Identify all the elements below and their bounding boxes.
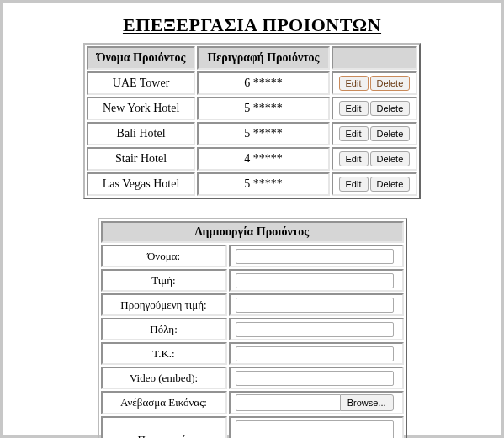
label-price: Τιμή: <box>101 269 227 292</box>
input-name[interactable] <box>236 249 394 264</box>
input-prev-price[interactable] <box>236 298 394 313</box>
input-city[interactable] <box>236 322 394 337</box>
col-header-name: Όνομα Προιόντος <box>87 46 196 70</box>
edit-button[interactable]: Edit <box>339 76 369 91</box>
file-path-display <box>236 394 340 411</box>
table-row: Las Vegas Hotel5 *****EditDelete <box>87 172 418 196</box>
label-video: Video (embed): <box>101 367 227 389</box>
cell-name: New York Hotel <box>87 97 196 120</box>
cell-actions: EditDelete <box>332 122 418 145</box>
cell-actions: EditDelete <box>332 147 418 171</box>
table-row: Stair Hotel4 *****EditDelete <box>87 147 418 171</box>
delete-button[interactable]: Delete <box>370 76 411 91</box>
table-row: UAE Tower6 *****EditDelete <box>87 71 418 95</box>
cell-actions: EditDelete <box>332 71 418 95</box>
products-table-wrap: Όνομα Προιόντος Περιγραφή Προιόντος UAE … <box>3 43 501 199</box>
cell-name: Stair Hotel <box>87 147 196 171</box>
cell-desc: 6 ***** <box>197 71 329 95</box>
input-zip[interactable] <box>236 346 394 361</box>
cell-desc: 4 ***** <box>197 147 329 171</box>
page-title: ΕΠΕΞΕΡΓΑΣΙΑ ΠΡΟΙΟΝΤΩΝ <box>3 14 501 36</box>
cell-actions: EditDelete <box>332 97 418 120</box>
cell-desc: 5 ***** <box>197 122 329 145</box>
cell-desc: 5 ***** <box>197 97 329 120</box>
table-row: New York Hotel5 *****EditDelete <box>87 97 418 120</box>
edit-button[interactable]: Edit <box>339 151 369 166</box>
label-image: Ανέβασμα Εικόνας: <box>101 391 227 414</box>
cell-desc: 5 ***** <box>197 172 329 196</box>
col-header-desc: Περιγραφή Προιόντος <box>197 46 329 70</box>
cell-name: Bali Hotel <box>87 122 196 145</box>
file-picker[interactable]: Browse... <box>236 394 394 411</box>
input-video[interactable] <box>236 371 394 386</box>
edit-button[interactable]: Edit <box>339 177 369 192</box>
label-desc: Περιγραφή: <box>101 416 227 438</box>
form-caption: Δημιουργία Προιόντος <box>101 221 404 243</box>
table-row: Bali Hotel5 *****EditDelete <box>87 122 418 145</box>
input-desc[interactable] <box>236 420 394 438</box>
delete-button[interactable]: Delete <box>370 126 411 141</box>
create-form-wrap: Δημιουργία Προιόντος Όνομα: Τιμή: Προηγο… <box>3 218 501 438</box>
app-frame: ΕΠΕΞΕΡΓΑΣΙΑ ΠΡΟΙΟΝΤΩΝ Όνομα Προιόντος Πε… <box>0 0 504 438</box>
edit-button[interactable]: Edit <box>339 126 369 141</box>
col-header-actions <box>332 46 418 70</box>
delete-button[interactable]: Delete <box>370 101 411 116</box>
label-zip: Τ.Κ.: <box>101 342 227 365</box>
label-prev-price: Προηγούμενη τιμή: <box>101 293 227 316</box>
delete-button[interactable]: Delete <box>370 177 411 192</box>
input-price[interactable] <box>236 273 394 288</box>
cell-name: Las Vegas Hotel <box>87 172 196 196</box>
browse-button[interactable]: Browse... <box>340 394 394 411</box>
edit-button[interactable]: Edit <box>339 101 369 116</box>
cell-actions: EditDelete <box>332 172 418 196</box>
label-name: Όνομα: <box>101 245 227 267</box>
delete-button[interactable]: Delete <box>370 151 411 166</box>
products-table: Όνομα Προιόντος Περιγραφή Προιόντος UAE … <box>83 43 422 199</box>
cell-name: UAE Tower <box>87 71 196 95</box>
create-form: Δημιουργία Προιόντος Όνομα: Τιμή: Προηγο… <box>98 218 407 438</box>
label-city: Πόλη: <box>101 318 227 340</box>
content-area: ΕΠΕΞΕΡΓΑΣΙΑ ΠΡΟΙΟΝΤΩΝ Όνομα Προιόντος Πε… <box>3 3 501 438</box>
